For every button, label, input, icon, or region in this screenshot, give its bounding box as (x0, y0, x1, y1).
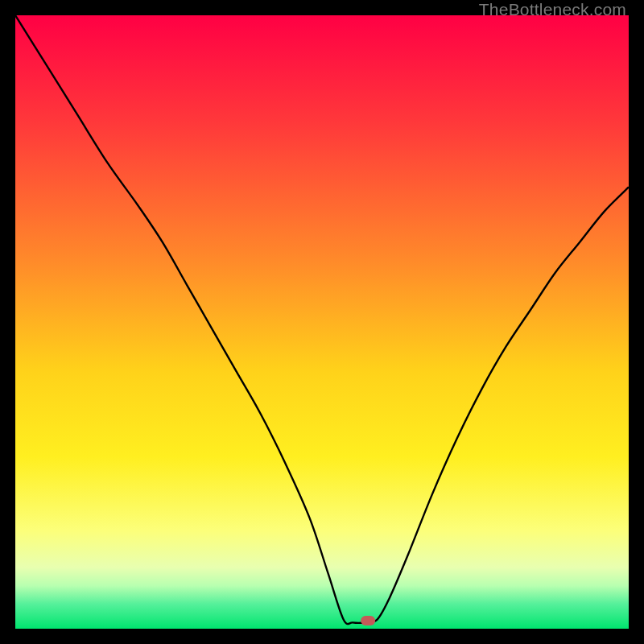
bottleneck-chart (15, 15, 629, 629)
chart-frame (15, 15, 629, 629)
gradient-background (15, 15, 629, 629)
optimal-marker (361, 616, 375, 625)
watermark-label: TheBottleneck.com (479, 0, 626, 19)
